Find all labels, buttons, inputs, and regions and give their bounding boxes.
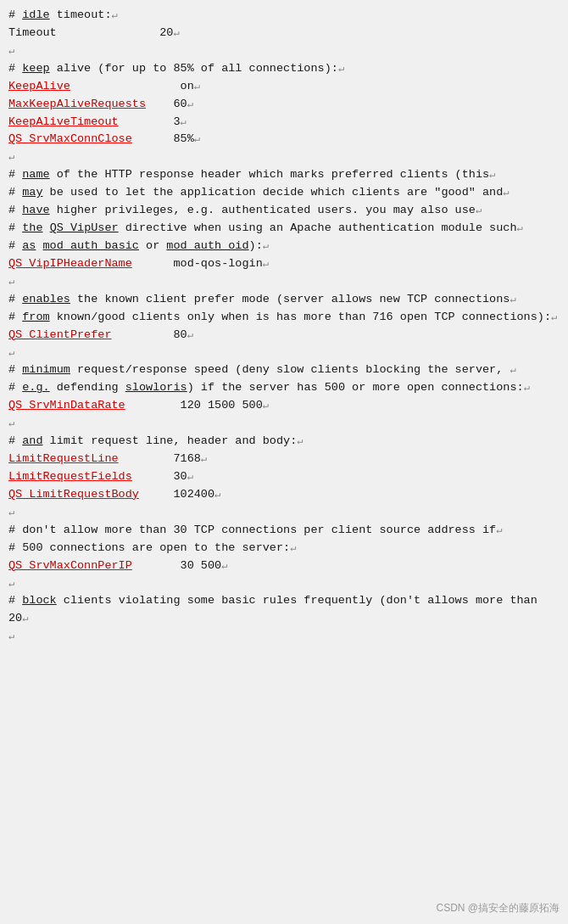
code-line: ↵ bbox=[8, 504, 560, 522]
code-text: of the HTTP response header which marks … bbox=[50, 168, 489, 181]
code-line: QS_LimitRequestBody 102400↵ bbox=[8, 486, 560, 504]
directive-name: QS_VipIPHeaderName bbox=[8, 257, 132, 270]
return-arrow: ↵ bbox=[194, 133, 200, 145]
return-arrow: ↵ bbox=[194, 81, 200, 92]
code-text: on bbox=[70, 80, 194, 92]
code-line: ↵ bbox=[8, 628, 560, 646]
return-arrow: ↵ bbox=[510, 364, 515, 376]
code-line: KeepAlive on↵ bbox=[8, 78, 560, 96]
code-line: QS_ClientPrefer 80↵ bbox=[8, 327, 560, 344]
code-line: # from known/good clients only when is h… bbox=[8, 309, 560, 327]
keyword: idle bbox=[22, 8, 49, 21]
code-line: QS_SrvMaxConnPerIP 30 500↵ bbox=[8, 557, 560, 575]
code-line: # keep alive (for up to 85% of all conne… bbox=[8, 60, 560, 78]
return-arrow: ↵ bbox=[8, 417, 14, 429]
return-arrow: ↵ bbox=[517, 222, 523, 234]
code-block: # idle timeout:↵Timeout 20↵↵# keep alive… bbox=[0, 0, 568, 652]
code-text: request/response speed (deny slow client… bbox=[70, 363, 510, 376]
return-arrow: ↵ bbox=[290, 542, 296, 554]
code-text: # don't allow more than 30 TCP connectio… bbox=[8, 524, 496, 536]
code-text: be used to let the application decide wh… bbox=[43, 186, 504, 199]
keyword: have bbox=[22, 204, 49, 216]
watermark: CSDN @搞安全的藤原拓海 bbox=[436, 901, 560, 916]
return-arrow: ↵ bbox=[263, 258, 269, 270]
keyword: block bbox=[22, 594, 57, 607]
code-line: ↵ bbox=[8, 273, 560, 291]
code-text: # bbox=[8, 434, 22, 447]
return-arrow: ↵ bbox=[187, 329, 193, 341]
return-arrow: ↵ bbox=[496, 524, 502, 536]
keyword: as bbox=[22, 239, 36, 252]
return-arrow: ↵ bbox=[173, 27, 179, 39]
code-line: LimitRequestFields 30↵ bbox=[8, 468, 560, 486]
code-line: KeepAliveTimeout 3↵ bbox=[8, 114, 560, 132]
return-arrow: ↵ bbox=[8, 578, 14, 590]
code-text: 102400 bbox=[139, 488, 214, 501]
directive-name: KeepAlive bbox=[8, 80, 70, 92]
return-arrow: ↵ bbox=[221, 560, 227, 572]
code-text bbox=[36, 239, 42, 252]
code-line: ↵ bbox=[8, 344, 560, 362]
return-arrow: ↵ bbox=[551, 311, 557, 323]
return-arrow: ↵ bbox=[8, 507, 14, 518]
code-text: higher privileges, e.g. authenticated us… bbox=[50, 204, 476, 216]
code-text: directive when using an Apache authentic… bbox=[119, 221, 517, 234]
return-arrow: ↵ bbox=[22, 613, 28, 624]
code-text: # bbox=[8, 594, 22, 607]
directive-name: QS_SrvMaxConnPerIP bbox=[8, 559, 132, 572]
code-line: ↵ bbox=[8, 575, 560, 593]
code-line: # the QS_VipUser directive when using an… bbox=[8, 220, 560, 238]
return-arrow: ↵ bbox=[8, 347, 14, 359]
directive-name: QS_LimitRequestBody bbox=[8, 488, 139, 501]
keyword: slowloris bbox=[125, 381, 187, 394]
code-text: # bbox=[8, 293, 22, 305]
code-line: MaxKeepAliveRequests 60↵ bbox=[8, 96, 560, 114]
code-text: # bbox=[8, 168, 22, 181]
code-text: # bbox=[8, 204, 22, 216]
directive-name: KeepAliveTimeout bbox=[8, 115, 119, 128]
keyword: minimum bbox=[22, 363, 70, 376]
return-arrow: ↵ bbox=[8, 276, 14, 288]
code-line: # idle timeout:↵ bbox=[8, 7, 560, 25]
code-text: the known client prefer mode (server all… bbox=[70, 293, 510, 305]
code-text: known/good clients only when is has more… bbox=[50, 311, 551, 323]
code-text: 30 bbox=[132, 470, 187, 483]
code-text: # bbox=[8, 311, 22, 323]
code-text: # bbox=[8, 363, 22, 376]
return-arrow: ↵ bbox=[8, 45, 14, 57]
code-text: 85% bbox=[132, 132, 194, 145]
keyword: e.g. bbox=[22, 381, 49, 394]
code-text: # bbox=[8, 62, 22, 75]
keyword: the bbox=[22, 221, 42, 234]
code-line: QS_SrvMinDataRate 120 1500 500↵ bbox=[8, 397, 560, 415]
code-text: mod-qos-login bbox=[132, 257, 263, 270]
code-text: # bbox=[8, 239, 22, 252]
code-text: defending bbox=[50, 381, 125, 394]
keyword: name bbox=[22, 168, 49, 181]
return-arrow: ↵ bbox=[297, 435, 303, 447]
return-arrow: ↵ bbox=[489, 169, 495, 181]
code-text: or bbox=[139, 239, 166, 252]
code-line: # and limit request line, header and bod… bbox=[8, 433, 560, 451]
code-line: # enables the known client prefer mode (… bbox=[8, 291, 560, 309]
code-line: # name of the HTTP response header which… bbox=[8, 166, 560, 184]
return-arrow: ↵ bbox=[510, 294, 515, 305]
directive-name: LimitRequestFields bbox=[8, 470, 132, 483]
return-arrow: ↵ bbox=[112, 9, 118, 21]
return-arrow: ↵ bbox=[214, 489, 220, 501]
code-text: 30 500 bbox=[132, 559, 221, 572]
code-text: # bbox=[8, 186, 22, 199]
code-line: # may be used to let the application dec… bbox=[8, 184, 560, 202]
code-text: limit request line, header and body: bbox=[43, 434, 298, 447]
code-text: clients violating some basic rules frequ… bbox=[8, 594, 544, 624]
code-line: # 500 connections are open to the server… bbox=[8, 540, 560, 557]
code-text: alive (for up to 85% of all connections)… bbox=[50, 62, 338, 75]
directive-name: QS_SrvMinDataRate bbox=[8, 399, 125, 412]
return-arrow: ↵ bbox=[338, 63, 344, 75]
code-line: QS_VipIPHeaderName mod-qos-login↵ bbox=[8, 255, 560, 273]
return-arrow: ↵ bbox=[8, 151, 14, 163]
keyword: QS_VipUser bbox=[50, 221, 119, 234]
code-text: ) if the server has 500 or more open con… bbox=[187, 381, 524, 394]
code-text: 20 bbox=[57, 26, 174, 39]
return-arrow: ↵ bbox=[263, 240, 269, 252]
